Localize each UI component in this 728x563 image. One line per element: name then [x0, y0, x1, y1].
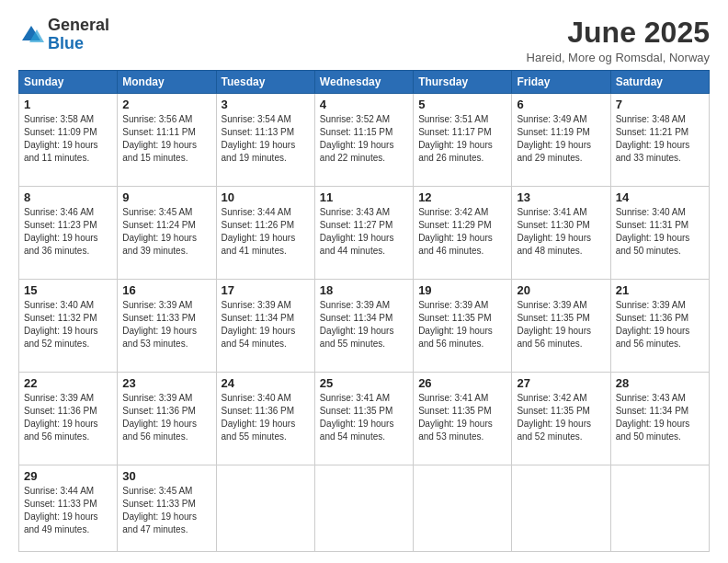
calendar-cell: 8Sunrise: 3:46 AMSunset: 11:23 PMDayligh…: [19, 187, 118, 280]
calendar-cell: 17Sunrise: 3:39 AMSunset: 11:34 PMDaylig…: [216, 280, 314, 373]
calendar-cell: 6Sunrise: 3:49 AMSunset: 11:19 PMDayligh…: [512, 94, 610, 187]
day-number: 14: [616, 190, 704, 204]
day-number: 18: [320, 283, 408, 297]
calendar-cell: 1Sunrise: 3:58 AMSunset: 11:09 PMDayligh…: [19, 94, 118, 187]
calendar-header-wednesday: Wednesday: [314, 71, 413, 94]
day-info: Sunrise: 3:45 AMSunset: 11:33 PMDaylight…: [122, 485, 210, 536]
day-number: 29: [24, 469, 112, 483]
calendar-cell: 21Sunrise: 3:39 AMSunset: 11:36 PMDaylig…: [610, 280, 709, 373]
day-info: Sunrise: 3:43 AMSunset: 11:34 PMDaylight…: [616, 392, 704, 443]
day-info: Sunrise: 3:54 AMSunset: 11:13 PMDaylight…: [222, 113, 310, 165]
day-number: 22: [24, 376, 112, 390]
calendar-cell: 14Sunrise: 3:40 AMSunset: 11:31 PMDaylig…: [610, 187, 709, 280]
day-info: Sunrise: 3:51 AMSunset: 11:17 PMDaylight…: [418, 113, 506, 165]
day-number: 1: [24, 98, 112, 111]
day-info: Sunrise: 3:43 AMSunset: 11:27 PMDaylight…: [320, 206, 408, 258]
day-number: 25: [320, 376, 408, 390]
calendar-cell: 10Sunrise: 3:44 AMSunset: 11:26 PMDaylig…: [216, 187, 314, 280]
location: Hareid, More og Romsdal, Norway: [527, 51, 710, 64]
day-info: Sunrise: 3:58 AMSunset: 11:09 PMDaylight…: [24, 113, 112, 165]
calendar-cell: 11Sunrise: 3:43 AMSunset: 11:27 PMDaylig…: [314, 187, 413, 280]
calendar-cell: 16Sunrise: 3:39 AMSunset: 11:33 PMDaylig…: [118, 280, 216, 373]
logo-icon: [18, 22, 44, 48]
day-info: Sunrise: 3:44 AMSunset: 11:26 PMDaylight…: [222, 206, 310, 258]
calendar-cell: [512, 465, 610, 551]
calendar-cell: [414, 465, 512, 551]
day-number: 7: [616, 98, 704, 111]
calendar-table: SundayMondayTuesdayWednesdayThursdayFrid…: [18, 70, 710, 552]
day-info: Sunrise: 3:39 AMSunset: 11:34 PMDaylight…: [320, 299, 408, 350]
calendar-cell: 12Sunrise: 3:42 AMSunset: 11:29 PMDaylig…: [414, 187, 512, 280]
day-info: Sunrise: 3:40 AMSunset: 11:36 PMDaylight…: [222, 392, 310, 443]
calendar-cell: 30Sunrise: 3:45 AMSunset: 11:33 PMDaylig…: [118, 465, 216, 551]
day-info: Sunrise: 3:56 AMSunset: 11:11 PMDaylight…: [122, 113, 210, 165]
calendar-header-saturday: Saturday: [610, 71, 709, 94]
title-block: June 2025 Hareid, More og Romsdal, Norwa…: [527, 17, 710, 64]
calendar-cell: 3Sunrise: 3:54 AMSunset: 11:13 PMDayligh…: [216, 94, 314, 187]
day-number: 21: [616, 283, 704, 297]
day-number: 20: [517, 283, 605, 297]
calendar-cell: 28Sunrise: 3:43 AMSunset: 11:34 PMDaylig…: [610, 373, 709, 465]
day-number: 19: [418, 283, 506, 297]
day-info: Sunrise: 3:42 AMSunset: 11:35 PMDaylight…: [517, 392, 605, 443]
day-info: Sunrise: 3:49 AMSunset: 11:19 PMDaylight…: [517, 113, 605, 165]
calendar-cell: 27Sunrise: 3:42 AMSunset: 11:35 PMDaylig…: [512, 373, 610, 465]
calendar-cell: 26Sunrise: 3:41 AMSunset: 11:35 PMDaylig…: [414, 373, 512, 465]
day-number: 16: [122, 283, 210, 297]
calendar-cell: 19Sunrise: 3:39 AMSunset: 11:35 PMDaylig…: [414, 280, 512, 373]
calendar-cell: 23Sunrise: 3:39 AMSunset: 11:36 PMDaylig…: [118, 373, 216, 465]
calendar-header-sunday: Sunday: [19, 71, 118, 94]
calendar-cell: 4Sunrise: 3:52 AMSunset: 11:15 PMDayligh…: [314, 94, 413, 187]
day-info: Sunrise: 3:41 AMSunset: 11:30 PMDaylight…: [517, 206, 605, 258]
day-number: 3: [222, 98, 310, 111]
calendar-week-3: 15Sunrise: 3:40 AMSunset: 11:32 PMDaylig…: [19, 280, 710, 373]
page: General Blue June 2025 Hareid, More og R…: [0, 0, 728, 563]
header: General Blue June 2025 Hareid, More og R…: [18, 17, 710, 64]
day-number: 28: [616, 376, 704, 390]
calendar-cell: 25Sunrise: 3:41 AMSunset: 11:35 PMDaylig…: [314, 373, 413, 465]
calendar-header-thursday: Thursday: [414, 71, 512, 94]
calendar-week-1: 1Sunrise: 3:58 AMSunset: 11:09 PMDayligh…: [19, 94, 710, 187]
logo-blue: Blue: [48, 34, 84, 52]
day-number: 26: [418, 376, 506, 390]
day-number: 30: [122, 469, 210, 483]
day-number: 11: [320, 190, 408, 204]
day-info: Sunrise: 3:40 AMSunset: 11:32 PMDaylight…: [24, 299, 112, 350]
day-number: 9: [122, 190, 210, 204]
day-info: Sunrise: 3:44 AMSunset: 11:33 PMDaylight…: [24, 485, 112, 536]
day-number: 10: [222, 190, 310, 204]
calendar-header-tuesday: Tuesday: [216, 71, 314, 94]
day-number: 13: [517, 190, 605, 204]
calendar-cell: [314, 465, 413, 551]
day-info: Sunrise: 3:39 AMSunset: 11:36 PMDaylight…: [122, 392, 210, 443]
day-info: Sunrise: 3:52 AMSunset: 11:15 PMDaylight…: [320, 113, 408, 165]
calendar-cell: [216, 465, 314, 551]
calendar-header-friday: Friday: [512, 71, 610, 94]
calendar-cell: 24Sunrise: 3:40 AMSunset: 11:36 PMDaylig…: [216, 373, 314, 465]
day-info: Sunrise: 3:41 AMSunset: 11:35 PMDaylight…: [418, 392, 506, 443]
calendar-cell: 18Sunrise: 3:39 AMSunset: 11:34 PMDaylig…: [314, 280, 413, 373]
day-number: 27: [517, 376, 605, 390]
calendar-cell: 5Sunrise: 3:51 AMSunset: 11:17 PMDayligh…: [414, 94, 512, 187]
day-info: Sunrise: 3:41 AMSunset: 11:35 PMDaylight…: [320, 392, 408, 443]
day-number: 2: [122, 98, 210, 111]
calendar-cell: 22Sunrise: 3:39 AMSunset: 11:36 PMDaylig…: [19, 373, 118, 465]
calendar-week-2: 8Sunrise: 3:46 AMSunset: 11:23 PMDayligh…: [19, 187, 710, 280]
day-number: 24: [222, 376, 310, 390]
logo-text: General Blue: [48, 17, 109, 53]
calendar-header-monday: Monday: [118, 71, 216, 94]
logo: General Blue: [18, 17, 109, 53]
calendar-cell: 7Sunrise: 3:48 AMSunset: 11:21 PMDayligh…: [610, 94, 709, 187]
calendar-cell: 29Sunrise: 3:44 AMSunset: 11:33 PMDaylig…: [19, 465, 118, 551]
day-info: Sunrise: 3:48 AMSunset: 11:21 PMDaylight…: [616, 113, 704, 165]
day-number: 5: [418, 98, 506, 111]
calendar-header-row: SundayMondayTuesdayWednesdayThursdayFrid…: [19, 71, 710, 94]
logo-general: General: [48, 16, 109, 34]
calendar-cell: 9Sunrise: 3:45 AMSunset: 11:24 PMDayligh…: [118, 187, 216, 280]
month-title: June 2025: [527, 17, 710, 49]
day-number: 6: [517, 98, 605, 111]
day-info: Sunrise: 3:39 AMSunset: 11:36 PMDaylight…: [616, 299, 704, 350]
day-info: Sunrise: 3:45 AMSunset: 11:24 PMDaylight…: [122, 206, 210, 258]
calendar-cell: 2Sunrise: 3:56 AMSunset: 11:11 PMDayligh…: [118, 94, 216, 187]
day-number: 23: [122, 376, 210, 390]
